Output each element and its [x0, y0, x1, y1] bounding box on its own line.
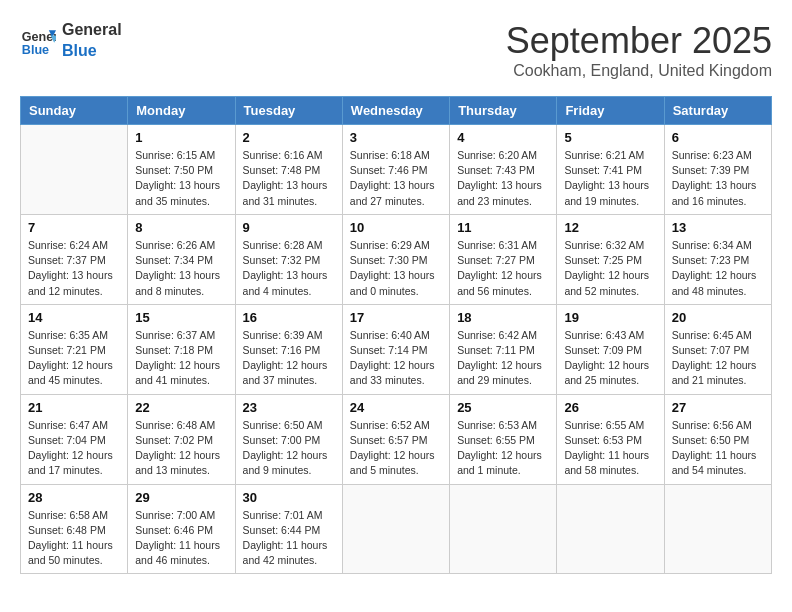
calendar-cell: 25Sunrise: 6:53 AM Sunset: 6:55 PM Dayli… — [450, 394, 557, 484]
calendar-cell: 14Sunrise: 6:35 AM Sunset: 7:21 PM Dayli… — [21, 304, 128, 394]
calendar-cell: 24Sunrise: 6:52 AM Sunset: 6:57 PM Dayli… — [342, 394, 449, 484]
day-number: 28 — [28, 490, 120, 505]
day-info: Sunrise: 6:42 AM Sunset: 7:11 PM Dayligh… — [457, 328, 549, 389]
location: Cookham, England, United Kingdom — [506, 62, 772, 80]
calendar-table: SundayMondayTuesdayWednesdayThursdayFrid… — [20, 96, 772, 574]
calendar-cell: 16Sunrise: 6:39 AM Sunset: 7:16 PM Dayli… — [235, 304, 342, 394]
day-number: 14 — [28, 310, 120, 325]
day-number: 3 — [350, 130, 442, 145]
day-info: Sunrise: 6:21 AM Sunset: 7:41 PM Dayligh… — [564, 148, 656, 209]
calendar-cell: 1Sunrise: 6:15 AM Sunset: 7:50 PM Daylig… — [128, 125, 235, 215]
calendar-cell — [21, 125, 128, 215]
calendar-week-row: 28Sunrise: 6:58 AM Sunset: 6:48 PM Dayli… — [21, 484, 772, 574]
calendar-cell — [664, 484, 771, 574]
calendar-cell: 13Sunrise: 6:34 AM Sunset: 7:23 PM Dayli… — [664, 214, 771, 304]
calendar-cell: 26Sunrise: 6:55 AM Sunset: 6:53 PM Dayli… — [557, 394, 664, 484]
logo-text: General Blue — [62, 20, 122, 62]
day-number: 12 — [564, 220, 656, 235]
day-number: 22 — [135, 400, 227, 415]
calendar-cell: 10Sunrise: 6:29 AM Sunset: 7:30 PM Dayli… — [342, 214, 449, 304]
day-number: 6 — [672, 130, 764, 145]
month-title: September 2025 — [506, 20, 772, 62]
day-number: 10 — [350, 220, 442, 235]
calendar-cell — [450, 484, 557, 574]
header-monday: Monday — [128, 97, 235, 125]
calendar-week-row: 21Sunrise: 6:47 AM Sunset: 7:04 PM Dayli… — [21, 394, 772, 484]
calendar-cell: 8Sunrise: 6:26 AM Sunset: 7:34 PM Daylig… — [128, 214, 235, 304]
day-info: Sunrise: 6:31 AM Sunset: 7:27 PM Dayligh… — [457, 238, 549, 299]
header-wednesday: Wednesday — [342, 97, 449, 125]
day-info: Sunrise: 6:24 AM Sunset: 7:37 PM Dayligh… — [28, 238, 120, 299]
calendar-week-row: 7Sunrise: 6:24 AM Sunset: 7:37 PM Daylig… — [21, 214, 772, 304]
header-friday: Friday — [557, 97, 664, 125]
day-info: Sunrise: 6:53 AM Sunset: 6:55 PM Dayligh… — [457, 418, 549, 479]
day-number: 18 — [457, 310, 549, 325]
calendar-cell: 22Sunrise: 6:48 AM Sunset: 7:02 PM Dayli… — [128, 394, 235, 484]
day-number: 17 — [350, 310, 442, 325]
calendar-cell: 29Sunrise: 7:00 AM Sunset: 6:46 PM Dayli… — [128, 484, 235, 574]
day-number: 7 — [28, 220, 120, 235]
day-info: Sunrise: 6:28 AM Sunset: 7:32 PM Dayligh… — [243, 238, 335, 299]
calendar-cell: 11Sunrise: 6:31 AM Sunset: 7:27 PM Dayli… — [450, 214, 557, 304]
calendar-cell: 18Sunrise: 6:42 AM Sunset: 7:11 PM Dayli… — [450, 304, 557, 394]
calendar-cell — [342, 484, 449, 574]
calendar-cell: 12Sunrise: 6:32 AM Sunset: 7:25 PM Dayli… — [557, 214, 664, 304]
day-number: 11 — [457, 220, 549, 235]
header-saturday: Saturday — [664, 97, 771, 125]
calendar-week-row: 1Sunrise: 6:15 AM Sunset: 7:50 PM Daylig… — [21, 125, 772, 215]
calendar-cell: 28Sunrise: 6:58 AM Sunset: 6:48 PM Dayli… — [21, 484, 128, 574]
day-info: Sunrise: 6:45 AM Sunset: 7:07 PM Dayligh… — [672, 328, 764, 389]
day-info: Sunrise: 6:47 AM Sunset: 7:04 PM Dayligh… — [28, 418, 120, 479]
day-number: 19 — [564, 310, 656, 325]
day-number: 29 — [135, 490, 227, 505]
day-number: 5 — [564, 130, 656, 145]
day-info: Sunrise: 6:29 AM Sunset: 7:30 PM Dayligh… — [350, 238, 442, 299]
day-info: Sunrise: 7:01 AM Sunset: 6:44 PM Dayligh… — [243, 508, 335, 569]
day-info: Sunrise: 6:18 AM Sunset: 7:46 PM Dayligh… — [350, 148, 442, 209]
day-number: 24 — [350, 400, 442, 415]
calendar-cell: 17Sunrise: 6:40 AM Sunset: 7:14 PM Dayli… — [342, 304, 449, 394]
day-info: Sunrise: 6:52 AM Sunset: 6:57 PM Dayligh… — [350, 418, 442, 479]
day-number: 20 — [672, 310, 764, 325]
day-info: Sunrise: 6:34 AM Sunset: 7:23 PM Dayligh… — [672, 238, 764, 299]
day-number: 15 — [135, 310, 227, 325]
logo-icon: General Blue — [20, 23, 56, 59]
calendar-cell: 27Sunrise: 6:56 AM Sunset: 6:50 PM Dayli… — [664, 394, 771, 484]
day-info: Sunrise: 6:32 AM Sunset: 7:25 PM Dayligh… — [564, 238, 656, 299]
calendar-cell: 2Sunrise: 6:16 AM Sunset: 7:48 PM Daylig… — [235, 125, 342, 215]
day-number: 25 — [457, 400, 549, 415]
day-number: 9 — [243, 220, 335, 235]
day-number: 4 — [457, 130, 549, 145]
calendar-cell: 20Sunrise: 6:45 AM Sunset: 7:07 PM Dayli… — [664, 304, 771, 394]
day-number: 23 — [243, 400, 335, 415]
day-info: Sunrise: 6:20 AM Sunset: 7:43 PM Dayligh… — [457, 148, 549, 209]
day-info: Sunrise: 6:39 AM Sunset: 7:16 PM Dayligh… — [243, 328, 335, 389]
calendar-cell: 19Sunrise: 6:43 AM Sunset: 7:09 PM Dayli… — [557, 304, 664, 394]
day-info: Sunrise: 6:50 AM Sunset: 7:00 PM Dayligh… — [243, 418, 335, 479]
day-number: 1 — [135, 130, 227, 145]
header-tuesday: Tuesday — [235, 97, 342, 125]
title-block: September 2025 Cookham, England, United … — [506, 20, 772, 80]
day-number: 30 — [243, 490, 335, 505]
day-info: Sunrise: 6:15 AM Sunset: 7:50 PM Dayligh… — [135, 148, 227, 209]
day-info: Sunrise: 6:58 AM Sunset: 6:48 PM Dayligh… — [28, 508, 120, 569]
calendar-cell: 23Sunrise: 6:50 AM Sunset: 7:00 PM Dayli… — [235, 394, 342, 484]
page-header: General Blue General Blue September 2025… — [20, 20, 772, 80]
calendar-cell — [557, 484, 664, 574]
calendar-cell: 15Sunrise: 6:37 AM Sunset: 7:18 PM Dayli… — [128, 304, 235, 394]
day-number: 13 — [672, 220, 764, 235]
calendar-cell: 21Sunrise: 6:47 AM Sunset: 7:04 PM Dayli… — [21, 394, 128, 484]
day-number: 26 — [564, 400, 656, 415]
day-info: Sunrise: 6:37 AM Sunset: 7:18 PM Dayligh… — [135, 328, 227, 389]
header-thursday: Thursday — [450, 97, 557, 125]
day-number: 27 — [672, 400, 764, 415]
day-info: Sunrise: 6:26 AM Sunset: 7:34 PM Dayligh… — [135, 238, 227, 299]
day-info: Sunrise: 6:23 AM Sunset: 7:39 PM Dayligh… — [672, 148, 764, 209]
day-number: 21 — [28, 400, 120, 415]
calendar-cell: 3Sunrise: 6:18 AM Sunset: 7:46 PM Daylig… — [342, 125, 449, 215]
calendar-week-row: 14Sunrise: 6:35 AM Sunset: 7:21 PM Dayli… — [21, 304, 772, 394]
day-info: Sunrise: 6:43 AM Sunset: 7:09 PM Dayligh… — [564, 328, 656, 389]
day-info: Sunrise: 6:16 AM Sunset: 7:48 PM Dayligh… — [243, 148, 335, 209]
day-info: Sunrise: 7:00 AM Sunset: 6:46 PM Dayligh… — [135, 508, 227, 569]
calendar-cell: 9Sunrise: 6:28 AM Sunset: 7:32 PM Daylig… — [235, 214, 342, 304]
